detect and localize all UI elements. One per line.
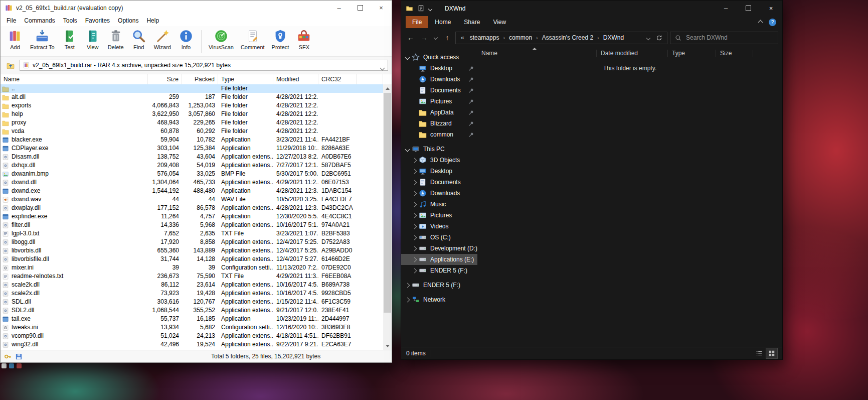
details-view-button[interactable]: [754, 348, 765, 358]
sidebar-item-development-d[interactable]: Development (D:): [401, 243, 477, 254]
maximize-button[interactable]: [350, 1, 371, 15]
file-name-cell[interactable]: mixer.ini: [1, 263, 148, 272]
ribbon-tab-file[interactable]: File: [406, 16, 428, 28]
sidebar-item-applications-e[interactable]: Applications (E:): [401, 254, 477, 265]
file-name-cell[interactable]: libogg.dll: [1, 238, 148, 246]
back-button[interactable]: ←: [405, 34, 416, 42]
file-row-sdl-dll[interactable]: SDL.dll303,616120,767Application extens.…: [1, 298, 383, 306]
sidebar-item-pictures[interactable]: Pictures: [401, 96, 477, 107]
file-row-wing32-dll[interactable]: wing32.dll42,49619,524Application extens…: [1, 340, 383, 349]
sidebar-item-pictures[interactable]: Pictures: [401, 210, 477, 221]
file-name-cell[interactable]: blacker.exe: [1, 136, 148, 144]
breadcrumb-dxwnd[interactable]: DXWnd: [600, 33, 627, 43]
file-row-parent[interactable]: ..File folder: [1, 84, 383, 93]
file-name-cell[interactable]: vcda: [1, 127, 148, 136]
chevron-right-icon[interactable]: [411, 192, 418, 195]
sidebar-item-documents[interactable]: Documents: [401, 85, 477, 96]
file-name-cell[interactable]: proxy: [1, 118, 148, 127]
info-button[interactable]: Info: [175, 27, 198, 50]
up-button[interactable]: ↑: [442, 34, 453, 42]
chevron-right-icon[interactable]: [404, 284, 411, 287]
qat-properties-icon[interactable]: [417, 5, 425, 12]
ribbon-tab-view[interactable]: View: [486, 16, 512, 28]
find-button[interactable]: Find: [127, 27, 150, 50]
file-name-cell[interactable]: libvorbis.dll: [1, 246, 148, 255]
file-name-cell[interactable]: filter.dll: [1, 221, 148, 229]
chevron-right-icon[interactable]: [411, 181, 418, 184]
ribbon-tab-share[interactable]: Share: [457, 16, 486, 28]
chevron-right-icon[interactable]: [411, 236, 418, 239]
menu-commands[interactable]: Commands: [20, 16, 59, 26]
qat-customize-chevron-icon[interactable]: [429, 5, 432, 12]
file-row-blacker-exe[interactable]: blacker.exe59,90410,782Application3/23/2…: [1, 136, 383, 144]
sidebar-item-videos[interactable]: Videos: [401, 221, 477, 232]
ribbon-tab-home[interactable]: Home: [428, 16, 457, 28]
file-row-cdplayer-exe[interactable]: CDPlayer.exe303,104125,384Application11/…: [1, 144, 383, 153]
file-row-vcda[interactable]: vcda60,87860,292File folder4/28/2021 12:…: [1, 127, 383, 136]
file-name-cell[interactable]: help: [1, 110, 148, 118]
sidebar-item-desktop[interactable]: Desktop: [401, 63, 477, 74]
sidebar-item-quick-access[interactable]: Quick access: [401, 52, 477, 63]
file-name-cell[interactable]: expfinder.exe: [1, 212, 148, 221]
comment-button[interactable]: Comment: [237, 27, 268, 50]
file-row-tail-exe[interactable]: tail.exe55,73716,185Application10/23/201…: [1, 315, 383, 323]
file-row-libogg-dll[interactable]: libogg.dll17,9208,858Application extens.…: [1, 238, 383, 246]
menu-file[interactable]: File: [3, 16, 20, 26]
file-name-cell[interactable]: readme-relnotes.txt: [1, 272, 148, 281]
up-one-level-button[interactable]: [4, 60, 17, 71]
sidebar-item-music[interactable]: Music: [401, 199, 477, 210]
file-row-dxwanim-bmp[interactable]: dxwanim.bmp576,05433,025BMP File5/30/201…: [1, 170, 383, 178]
file-row-alt-dll[interactable]: alt.dll259187File folder4/28/2021 12:2..…: [1, 93, 383, 101]
add-button[interactable]: Add: [4, 27, 27, 50]
sidebar-item-common[interactable]: common: [401, 129, 477, 140]
sidebar-item-documents[interactable]: Documents: [401, 177, 477, 188]
file-row-libvorbisfile-dll[interactable]: libvorbisfile.dll31,74414,128Application…: [1, 255, 383, 263]
file-name-cell[interactable]: tweaks.ini: [1, 323, 148, 332]
file-name-cell[interactable]: exports: [1, 101, 148, 110]
chevron-right-icon[interactable]: [404, 298, 411, 302]
menu-options[interactable]: Options: [114, 16, 142, 26]
column-header-name[interactable]: Name: [477, 50, 597, 57]
file-row-lgpl-3-0-txt[interactable]: lgpl-3.0.txt7,6522,635TXT File3/23/2021 …: [1, 229, 383, 238]
explorer-folder-icon[interactable]: [406, 5, 413, 12]
recent-locations-chevron-icon[interactable]: [432, 36, 439, 39]
file-row-libvorbis-dll[interactable]: libvorbis.dll655,360143,889Application e…: [1, 246, 383, 255]
file-name-cell[interactable]: scale2k.dll: [1, 281, 148, 289]
large-icons-view-button[interactable]: [766, 348, 777, 358]
protect-button[interactable]: Protect: [268, 27, 293, 50]
close-button[interactable]: ×: [371, 1, 392, 15]
file-name-cell[interactable]: libvorbisfile.dll: [1, 255, 148, 263]
sfx-button[interactable]: SFX: [292, 27, 315, 50]
address-dropdown-icon[interactable]: [647, 34, 650, 41]
sidebar-item-desktop[interactable]: Desktop: [401, 166, 477, 177]
file-row-vcomp90-dll[interactable]: vcomp90.dll51,02424,213Application exten…: [1, 332, 383, 340]
file-row-dxwnd-exe[interactable]: dxwnd.exe1,544,192488,480Application4/28…: [1, 187, 383, 195]
chevron-right-icon[interactable]: [411, 170, 418, 173]
search-input[interactable]: [685, 34, 773, 42]
file-name-cell[interactable]: dxwanim.bmp: [1, 170, 148, 178]
minimize-button[interactable]: –: [328, 1, 350, 15]
file-name-cell[interactable]: dxwnd.wav: [1, 195, 148, 204]
breadcrumb-steamapps[interactable]: steamapps: [466, 33, 503, 43]
chevron-right-icon[interactable]: [411, 269, 418, 273]
file-name-cell[interactable]: tail.exe: [1, 315, 148, 323]
virusscan-button[interactable]: VirusScan: [205, 27, 237, 50]
scroll-up-icon[interactable]: [383, 84, 392, 92]
column-header-size[interactable]: Size: [148, 74, 182, 84]
file-row-dxwnd-dll[interactable]: dxwnd.dll1,304,064465,733Application ext…: [1, 178, 383, 187]
file-name-cell[interactable]: dxwnd.exe: [1, 187, 148, 195]
breadcrumb-overflow[interactable]: «: [459, 33, 466, 43]
file-name-cell[interactable]: scale2x.dll: [1, 289, 148, 298]
combobox-dropdown-icon[interactable]: [381, 64, 384, 71]
disk-icon[interactable]: [15, 353, 23, 360]
minimize-button[interactable]: –: [715, 1, 737, 16]
file-row-dxwplay-dll[interactable]: dxwplay.dll177,15286,578Application exte…: [1, 204, 383, 212]
menu-help[interactable]: Help: [142, 16, 163, 26]
file-row-readme-relnotes-txt[interactable]: readme-relnotes.txt236,67375,590TXT File…: [1, 272, 383, 281]
file-name-cell[interactable]: vcomp90.dll: [1, 332, 148, 340]
column-header-packed[interactable]: Packed: [182, 74, 218, 84]
sidebar-item-network[interactable]: Network: [401, 294, 477, 305]
chevron-down-icon[interactable]: [404, 148, 411, 151]
column-header-crc32[interactable]: CRC32: [318, 74, 357, 84]
help-icon[interactable]: ?: [769, 19, 776, 26]
